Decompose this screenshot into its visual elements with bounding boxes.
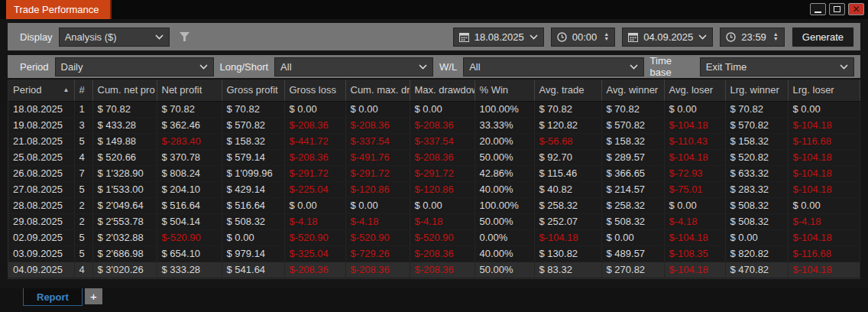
table-cell: $-520.90	[157, 229, 222, 245]
table-cell: $-208.36	[284, 262, 345, 278]
table-cell: $ 158.32	[601, 133, 664, 149]
minimize-icon	[815, 11, 821, 13]
table-cell: 19.08.2025	[8, 117, 74, 133]
column-header[interactable]: Max. drawdow	[410, 80, 474, 101]
table-cell: $-104.18	[788, 165, 860, 181]
table-cell: 0.00%	[474, 229, 534, 245]
start-date-picker[interactable]: 18.08.2025	[453, 28, 544, 47]
column-header[interactable]: Avg. trade	[534, 80, 601, 101]
column-header[interactable]: Gross loss	[284, 80, 345, 101]
timebase-dropdown-value: Exit Time	[706, 61, 835, 73]
table-cell: 33.33%	[474, 117, 534, 133]
add-tab-button[interactable]: +	[85, 288, 102, 304]
wl-dropdown[interactable]: All	[463, 57, 643, 76]
table-cell: $-337.54	[410, 133, 474, 149]
table-cell: $ 0.00	[410, 101, 474, 117]
table-cell: $-104.18	[788, 181, 860, 197]
tab-report[interactable]: Report	[23, 288, 83, 306]
filter-funnel-icon[interactable]	[179, 31, 190, 42]
table-cell: $-208.36	[410, 149, 474, 165]
table-row[interactable]: 04.09.20254$ 3'020.26$ 333.28$ 541.64$-2…	[8, 262, 860, 278]
table-row[interactable]: 02.09.20255$ 2'032.88$-520.90$ 0.00$-520…	[8, 229, 860, 245]
column-header[interactable]: Avg. loser	[664, 80, 725, 101]
column-header[interactable]: Net profit	[157, 80, 222, 101]
time-spinner[interactable]: ▲▼	[773, 32, 779, 41]
start-time-picker[interactable]: 00:00 ▲▼	[551, 28, 615, 47]
trade-performance-window: Trade Performance ✕ Display Analysis ($)	[0, 0, 868, 312]
timebase-label: Time base	[650, 55, 694, 78]
table-cell: 2	[74, 213, 92, 229]
table-row[interactable]: 28.08.20252$ 2'049.64$ 516.64$ 516.64$ 0…	[8, 197, 860, 213]
column-header[interactable]: % Win	[474, 80, 534, 101]
table-header-row: Period▲#Cum. net proNet profitGross prof…	[8, 80, 860, 101]
end-date-picker[interactable]: 04.09.2025	[622, 28, 713, 47]
table-cell: $ 0.00	[664, 197, 725, 213]
column-header[interactable]: Avg. winner	[601, 80, 664, 101]
column-header-label: Cum. max. dr	[351, 84, 410, 96]
longshort-dropdown[interactable]: All	[274, 57, 433, 76]
table-cell: $ 92.70	[534, 149, 601, 165]
table-cell: $ 0.00	[788, 197, 860, 213]
footer-tab-bar: Report +	[0, 288, 868, 312]
close-icon: ✕	[852, 5, 860, 14]
table-row[interactable]: 19.08.20253$ 433.28$ 362.46$ 570.82$-208…	[8, 117, 860, 133]
chevron-down-icon	[199, 64, 208, 70]
table-cell: $ 433.28	[92, 117, 157, 133]
table-row[interactable]: 29.08.20252$ 2'553.78$ 504.14$ 508.32$-4…	[8, 213, 860, 229]
start-date-value: 18.08.2025	[474, 31, 524, 43]
table-cell: $ 115.46	[534, 165, 601, 181]
table-cell: $-104.18	[664, 229, 725, 245]
table-row[interactable]: 03.09.20255$ 2'686.98$ 654.10$ 979.14$-3…	[8, 245, 860, 262]
end-time-picker[interactable]: 23:59 ▲▼	[720, 28, 784, 47]
generate-button[interactable]: Generate	[792, 27, 854, 47]
table-row[interactable]: 27.08.20255$ 1'533.00$ 204.10$ 429.14$-2…	[8, 181, 860, 197]
table-row[interactable]: 18.08.20251$ 70.82$ 70.82$ 70.82$ 0.00$ …	[8, 101, 860, 117]
column-header[interactable]: Lrg. loser	[788, 80, 860, 101]
table-cell: $-520.90	[410, 229, 474, 245]
column-header-label: Max. drawdow	[415, 84, 475, 96]
column-header[interactable]: Cum. net pro	[92, 80, 157, 101]
column-header[interactable]: Period▲	[8, 80, 74, 101]
table-cell: $ 508.32	[725, 213, 788, 229]
timebase-dropdown[interactable]: Exit Time	[700, 57, 854, 76]
table-cell: $-283.40	[157, 133, 222, 149]
plus-icon: +	[90, 290, 97, 303]
column-header[interactable]: Cum. max. dr	[345, 80, 410, 101]
table-cell: 02.09.2025	[8, 229, 74, 245]
table-row[interactable]: 25.08.20254$ 520.66$ 370.78$ 579.14$-208…	[8, 149, 860, 165]
table-cell: $ 979.14	[222, 245, 284, 262]
time-spinner[interactable]: ▲▼	[604, 32, 609, 41]
longshort-label: Long/Short	[220, 61, 269, 73]
table-cell: 04.09.2025	[8, 262, 74, 278]
table-cell: $-104.18	[788, 117, 860, 133]
table-cell: $-4.18	[284, 213, 345, 229]
column-header[interactable]: Lrg. winner	[725, 80, 788, 101]
wl-label: W/L	[439, 61, 457, 73]
table-cell: $ 3'020.26	[92, 262, 157, 278]
chevron-down-icon	[698, 34, 707, 40]
table-cell: $ 0.00	[664, 101, 725, 117]
table-row[interactable]: 26.08.20257$ 1'328.90$ 808.24$ 1'099.96$…	[8, 165, 860, 181]
maximize-button[interactable]	[829, 3, 845, 15]
close-button[interactable]: ✕	[848, 3, 864, 15]
display-dropdown[interactable]: Analysis ($)	[59, 28, 170, 47]
table-row[interactable]: 21.08.20255$ 149.88$-283.40$ 158.32$-441…	[8, 133, 860, 149]
window-title-tab[interactable]: Trade Performance	[6, 0, 112, 19]
table-cell: $ 333.28	[157, 262, 222, 278]
table-cell: $ 0.00	[284, 101, 345, 117]
window-title: Trade Performance	[14, 4, 99, 15]
calendar-icon	[459, 32, 469, 42]
period-dropdown[interactable]: Daily	[55, 57, 214, 76]
table-cell: $ 158.32	[725, 133, 788, 149]
table-cell: 2	[74, 197, 92, 213]
column-header[interactable]: Gross profit	[222, 80, 284, 101]
column-header-label: Lrg. winner	[730, 84, 779, 96]
table-cell: $ 570.82	[725, 117, 788, 133]
column-header[interactable]: #	[74, 80, 92, 101]
column-header-label: Cum. net pro	[98, 84, 155, 96]
table-cell: $-4.18	[410, 213, 474, 229]
table-cell: $-291.72	[410, 165, 474, 181]
table-cell: $ 516.64	[222, 197, 284, 213]
minimize-button[interactable]	[810, 3, 826, 15]
table-cell: 4	[74, 262, 92, 278]
